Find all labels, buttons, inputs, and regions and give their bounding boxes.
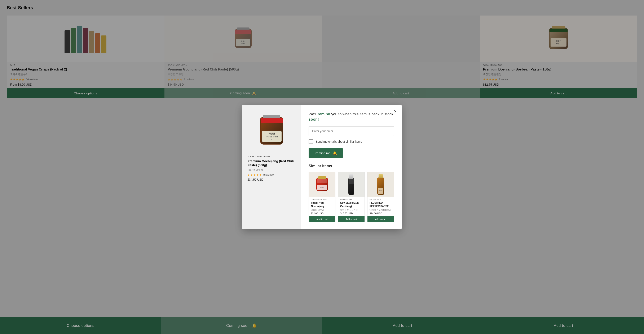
similar-price-1: $22.00 USD	[311, 212, 333, 215]
similar-add-to-cart-1[interactable]: Add to cart	[309, 216, 335, 222]
similar-korean-2: 대미생 한식국간장	[340, 209, 362, 212]
modal-product-image: 죽장연 프리미엄 고추장 삼	[249, 110, 295, 152]
modal-stars: ★★★★★	[248, 173, 262, 177]
similar-brand-3: DEMISAEM	[370, 199, 392, 201]
remind-title-soon: soon!	[308, 117, 319, 121]
mini-jar-label-1: 고추장	[317, 185, 327, 190]
similar-image-2	[338, 172, 364, 197]
modal-price: $34.50 USD	[248, 178, 263, 181]
mini-bottle-soy	[348, 178, 354, 195]
remind-title: We'll remind you to when this item is ba…	[308, 112, 394, 122]
remind-title-remind: remind	[318, 112, 330, 116]
remind-title-part1: We'll	[308, 112, 318, 116]
modal-overlay: 죽장연 프리미엄 고추장 삼 JOOKJANGYEON Premium Goch…	[0, 0, 644, 334]
modal-stars-row: ★★★★★ 9 reviews	[248, 173, 274, 177]
similar-card-2: DEMISAEM Soy Sauce(Guk GanJang) 대미생 한식국간…	[338, 172, 365, 222]
modal-jar-label: 죽장연 프리미엄 고추장 삼	[262, 131, 282, 142]
similar-items-grid: 고추장 CHOICEST MEAL Thank-You Gochujang 고향…	[308, 172, 394, 222]
remind-me-label: Remind me	[314, 151, 330, 155]
modal-korean: 죽장연 고추장	[248, 168, 263, 172]
similar-price-3: $14.00 USD	[370, 212, 392, 215]
similar-korean-3: 대미생 연플매실회초장	[370, 209, 392, 212]
checkbox-row: Send me emails about similar items	[308, 139, 394, 144]
similar-card-3: 매실 DEMISAEM PLUM RED PEPPER PASTE 대미생 연플…	[367, 172, 394, 222]
modal-brand: JOOKJANGYEON	[248, 155, 270, 158]
remind-me-button[interactable]: Remind me 🔔	[308, 148, 343, 158]
modal-product-name: Premium Gochujang (Red Chili Paste) (500…	[248, 159, 296, 167]
similar-info-3: DEMISAEM PLUM RED PEPPER PASTE 대미생 연플매실회…	[368, 197, 394, 216]
similar-name-1: Thank-You Gochujang	[311, 201, 333, 208]
similar-info-2: DEMISAEM Soy Sauce(Guk GanJang) 대미생 한식국간…	[338, 197, 364, 216]
similar-brand-2: DEMISAEM	[340, 199, 362, 201]
bottle-label-2	[349, 179, 354, 184]
modal-jar: 죽장연 프리미엄 고추장 삼	[260, 117, 283, 144]
similar-items-title: Similar Items	[308, 164, 394, 168]
similar-name-2: Soy Sauce(Guk GanJang)	[340, 201, 362, 208]
similar-price-2: $16.50 USD	[340, 212, 362, 215]
modal-right-panel: × We'll remind you to when this item is …	[301, 105, 402, 229]
checkbox-label: Send me emails about similar items	[316, 140, 362, 143]
similar-info-1: CHOICEST MEAL Thank-You Gochujang 고향담 고추…	[309, 197, 335, 216]
similar-add-to-cart-3[interactable]: Add to cart	[368, 216, 394, 222]
similar-name-3: PLUM RED PEPPER PASTE	[370, 201, 392, 208]
similar-image-1: 고추장	[309, 172, 335, 197]
remind-title-part2: you to when this item is back in stock	[330, 112, 393, 116]
modal-left-panel: 죽장연 프리미엄 고추장 삼 JOOKJANGYEON Premium Goch…	[242, 105, 301, 229]
similar-brand-1: CHOICEST MEAL	[311, 199, 333, 201]
back-in-stock-modal: 죽장연 프리미엄 고추장 삼 JOOKJANGYEON Premium Goch…	[242, 105, 402, 229]
similar-image-3: 매실	[368, 172, 394, 197]
bottle-label-3: 매실	[378, 188, 384, 194]
mini-jar-red: 고추장	[316, 178, 328, 191]
similar-emails-checkbox[interactable]	[308, 139, 313, 144]
modal-reviews: 9 reviews	[263, 174, 274, 177]
bell-icon-remind: 🔔	[333, 151, 337, 155]
modal-close-button[interactable]: ×	[392, 108, 398, 115]
similar-add-to-cart-2[interactable]: Add to cart	[338, 216, 364, 222]
similar-korean-1: 고향담 고추장	[311, 209, 333, 212]
mini-bottle-plum: 매실	[377, 178, 384, 195]
similar-card-1: 고추장 CHOICEST MEAL Thank-You Gochujang 고향…	[308, 172, 336, 222]
email-input[interactable]	[308, 126, 394, 136]
